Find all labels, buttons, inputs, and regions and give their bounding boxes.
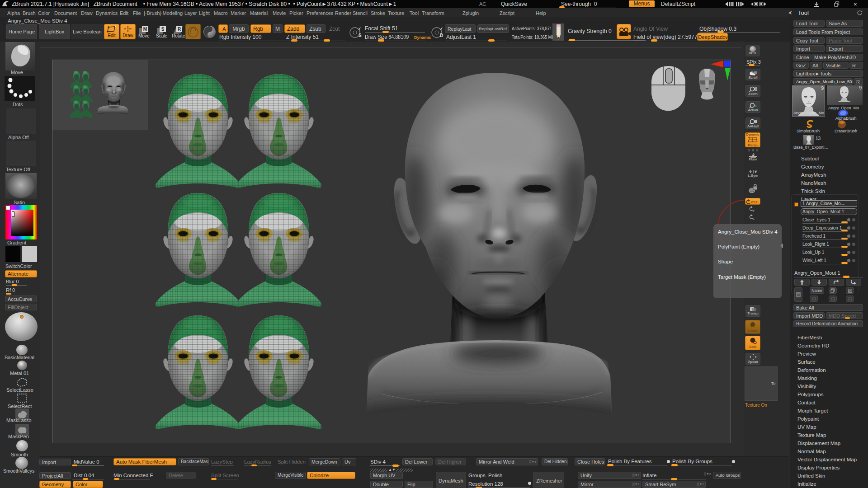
svg-text:D: D [440, 33, 443, 38]
svg-text:S: S [161, 27, 165, 32]
svg-text:M: M [143, 27, 147, 32]
svg-text:S: S [359, 33, 362, 38]
svg-text:XYZ: XYZ [750, 200, 758, 204]
svg-text::1: :1 [754, 104, 757, 108]
svg-text:y: y [753, 208, 755, 212]
svg-text:R: R [178, 27, 181, 32]
svg-text:z: z [753, 216, 755, 220]
